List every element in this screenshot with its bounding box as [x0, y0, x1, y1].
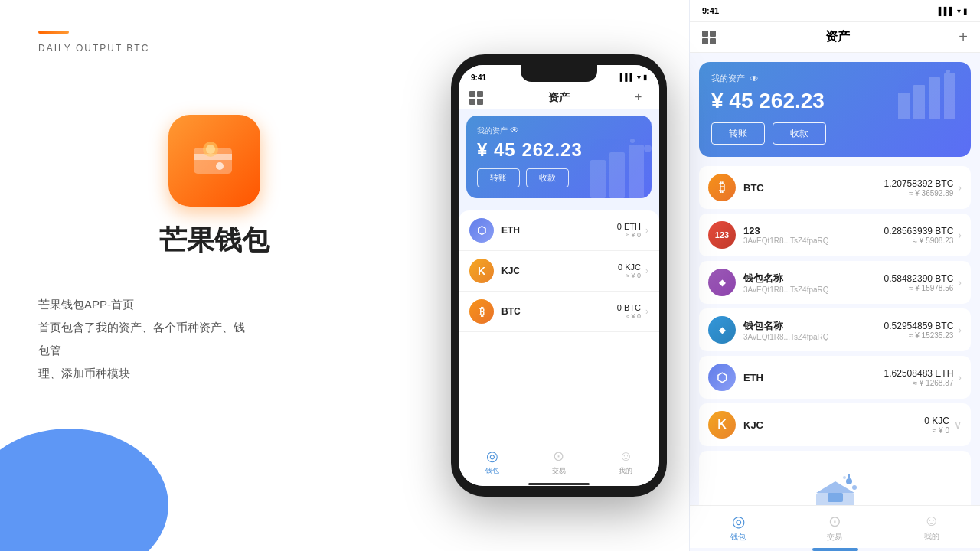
right-asset-buttons: 转账 收款 — [711, 122, 959, 145]
coin-item-btc[interactable]: ₿ BTC 0 BTC ≈ ¥ 0 › — [459, 292, 659, 332]
right-mine-nav-label: 我的 — [924, 531, 939, 542]
right-btc-info: BTC — [743, 182, 884, 194]
phone-mockup: 9:41 ▌▌▌ ▾ ▮ 资产 + 我的资产 👁 — [451, 54, 667, 497]
kjc-icon: K — [469, 259, 494, 283]
right-receive-button[interactable]: 收款 — [773, 122, 826, 145]
right-battery-icon: ▮ — [963, 7, 968, 15]
right-eth-info: ETH — [743, 372, 884, 383]
right-kjc-icon: K — [708, 411, 736, 439]
phone-nav-wallet[interactable]: ◎ 钱包 — [459, 442, 525, 481]
coin-name-eth: ETH — [501, 225, 617, 236]
coin-amount-kjc: 0 KJC ≈ ¥ 0 — [618, 262, 641, 279]
right-btc-arrow: › — [958, 181, 962, 194]
right-coin-list: ₿ BTC 1.20758392 BTC ≈ ¥ 36592.89 › 123 … — [690, 166, 980, 505]
phone-nav-bar: 资产 + — [459, 86, 659, 109]
right-transfer-button[interactable]: 转账 — [711, 122, 765, 145]
app-desc-line3: 理、添加币种模块 — [38, 362, 253, 385]
coin-amount-eth: 0 ETH ≈ ¥ 0 — [617, 222, 641, 239]
right-coin-item-wallet2[interactable]: ◆ 钱包名称 3AvEQt1R8...TsZ4fpaRQ 0.52954859 … — [699, 308, 971, 351]
btc-icon: ₿ — [469, 299, 494, 324]
card-bg-shape — [583, 137, 652, 198]
phone-nav-title: 资产 — [548, 91, 570, 105]
battery-icon: ▮ — [643, 73, 647, 81]
right-eye-icon[interactable]: 👁 — [750, 73, 759, 84]
app-title: 芒果钱包 — [159, 222, 270, 259]
right-nav-trade[interactable]: ⊙ 交易 — [786, 506, 883, 548]
right-coin-item-wallet1[interactable]: ◆ 钱包名称 3AvEQt1R8...TsZ4fpaRQ 0.58482390 … — [699, 261, 971, 304]
svg-rect-10 — [898, 93, 910, 119]
wallet-nav-icon: ◎ — [486, 448, 498, 465]
right-coin-item-btc[interactable]: ₿ BTC 1.20758392 BTC ≈ ¥ 36592.89 › — [699, 166, 971, 209]
svg-rect-13 — [944, 73, 956, 119]
right-nav-wallet[interactable]: ◎ 钱包 — [690, 506, 786, 548]
right-eth-icon: ⬡ — [708, 364, 736, 391]
right-wallet-nav-icon: ◎ — [732, 512, 745, 530]
right-wallet1-icon: ◆ — [708, 269, 736, 296]
right-coin-item-123[interactable]: 123 123 3AvEQt1R8...TsZ4fpaRQ 0.28563939… — [699, 214, 971, 256]
right-nav-mine[interactable]: ☺ 我的 — [884, 506, 980, 548]
coin-item-eth[interactable]: ⬡ ETH 0 ETH ≈ ¥ 0 › — [459, 210, 659, 251]
add-icon[interactable]: + — [635, 91, 648, 105]
phone-nav-trade[interactable]: ⊙ 交易 — [525, 442, 592, 481]
phone-nav-mine[interactable]: ☺ 我的 — [593, 442, 659, 481]
trade-nav-icon: ⊙ — [553, 448, 564, 465]
right-add-icon[interactable]: + — [959, 28, 968, 46]
right-panel: 9:41 ▌▌▌ ▾ ▮ 资产 + 我的资产 👁 ¥ 45 262.23 转账 … — [689, 0, 980, 551]
signal-icon: ▌▌▌ — [620, 73, 635, 81]
right-123-arrow: › — [958, 229, 962, 241]
coin-info-kjc: KJC — [501, 266, 618, 276]
right-eth-arrow: › — [958, 371, 962, 383]
eye-icon[interactable]: 👁 — [510, 125, 519, 135]
svg-rect-17 — [828, 493, 843, 502]
right-time: 9:41 — [702, 6, 719, 15]
svg-point-2 — [216, 162, 224, 170]
receive-button[interactable]: 收款 — [526, 168, 569, 187]
right-nav-bar: 资产 + — [690, 22, 980, 53]
svg-point-21 — [843, 476, 846, 479]
right-trade-nav-icon: ⊙ — [828, 512, 841, 530]
right-123-info: 123 3AvEQt1R8...TsZ4fpaRQ — [743, 225, 884, 245]
mine-nav-icon: ☺ — [619, 448, 632, 465]
svg-point-14 — [946, 70, 950, 73]
phone-bottom-nav: ◎ 钱包 ⊙ 交易 ☺ 我的 — [459, 442, 659, 481]
right-card-bg — [894, 70, 963, 123]
asset-card-label: 我的资产 👁 — [477, 125, 641, 136]
right-asset-card: 我的资产 👁 ¥ 45 262.23 转账 收款 — [699, 62, 971, 157]
svg-point-4 — [206, 145, 215, 154]
coin-item-kjc[interactable]: K KJC 0 KJC ≈ ¥ 0 › — [459, 251, 659, 292]
svg-point-9 — [630, 139, 635, 143]
brand-tagline: DAILY OUTPUT BTC — [38, 43, 390, 54]
app-desc-line1: 芒果钱包APP-首页 — [38, 293, 253, 316]
right-wallet-nav-label: 钱包 — [730, 532, 746, 543]
home-indicator — [459, 481, 659, 486]
right-kjc-info: KJC — [743, 419, 924, 431]
accent-line — [38, 31, 69, 34]
asset-card: 我的资产 👁 ¥ 45 262.23 转账 收款 — [466, 116, 652, 198]
svg-point-18 — [846, 478, 852, 484]
right-status-icons: ▌▌▌ ▾ ▮ — [939, 7, 968, 15]
right-wallet2-icon: ◆ — [708, 316, 736, 344]
svg-rect-11 — [913, 85, 925, 119]
coin-name-btc: BTC — [501, 306, 617, 317]
right-coin-item-kjc[interactable]: K KJC 0 KJC ≈ ¥ 0 ∨ — [699, 403, 971, 446]
right-btc-icon: ₿ — [708, 174, 736, 201]
coin-info-eth: ETH — [501, 225, 617, 236]
svg-point-8 — [644, 145, 652, 152]
right-grid-icon[interactable] — [702, 31, 716, 44]
right-wallet2-info: 钱包名称 3AvEQt1R8...TsZ4fpaRQ — [743, 319, 884, 341]
arrow-icon: › — [645, 266, 648, 276]
phone-screen: 9:41 ▌▌▌ ▾ ▮ 资产 + 我的资产 👁 — [459, 65, 659, 486]
right-bottom-nav: ◎ 钱包 ⊙ 交易 ☺ 我的 — [690, 505, 980, 548]
svg-point-20 — [852, 485, 857, 490]
phone-time: 9:41 — [471, 73, 486, 82]
grid-icon[interactable] — [469, 91, 483, 105]
coin-amount-btc: 0 BTC ≈ ¥ 0 — [617, 303, 641, 320]
trade-nav-label: 交易 — [552, 466, 566, 476]
arrow-icon: › — [645, 225, 648, 236]
right-wallet1-arrow: › — [958, 276, 962, 289]
phone-status-icons: ▌▌▌ ▾ ▮ — [620, 73, 647, 81]
transfer-button[interactable]: 转账 — [477, 168, 520, 187]
right-coin-item-eth[interactable]: ⬡ ETH 1.62508483 ETH ≈ ¥ 1268.87 › — [699, 356, 971, 399]
empty-state: 请先创建或导入ETH钱包 创建 导入 — [699, 451, 971, 505]
right-trade-nav-label: 交易 — [827, 532, 842, 543]
